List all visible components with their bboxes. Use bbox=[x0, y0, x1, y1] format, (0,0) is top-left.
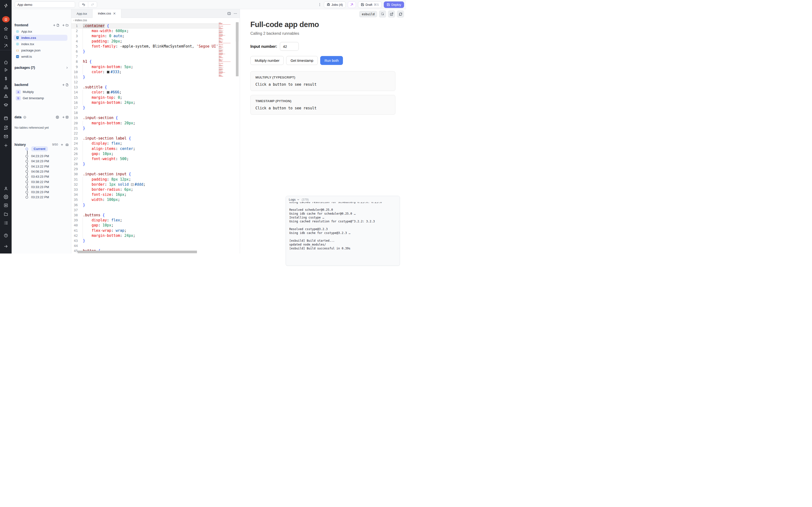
history-timestamp: 03:33:23 PM bbox=[31, 185, 49, 189]
rail-audit-list-icon[interactable] bbox=[0, 219, 12, 226]
token bbox=[83, 152, 92, 156]
number-input[interactable] bbox=[280, 42, 299, 51]
file-item-wmill-ts[interactable]: TSwmill.ts bbox=[13, 54, 67, 60]
token: : bbox=[107, 141, 111, 146]
jobs-button[interactable]: Jobs (4) bbox=[324, 1, 346, 8]
breadcrumb[interactable]: › index.css bbox=[71, 18, 240, 23]
open-external-button[interactable] bbox=[388, 10, 395, 18]
rail-resources-boxes-icon[interactable] bbox=[0, 83, 12, 91]
history-add-button[interactable] bbox=[60, 143, 63, 146]
editor-more-icon[interactable] bbox=[234, 12, 237, 15]
rail-user-icon[interactable] bbox=[0, 185, 12, 192]
gear-icon bbox=[56, 116, 59, 119]
file-label: App.tsx bbox=[21, 30, 32, 33]
history-item[interactable]: 04:08:23 PM bbox=[25, 169, 49, 174]
token: margin-bottom bbox=[92, 65, 120, 69]
file-item-App-tsx[interactable]: App.tsx bbox=[13, 29, 67, 35]
token: : bbox=[115, 157, 120, 161]
add-file-button[interactable] bbox=[53, 24, 59, 27]
token bbox=[83, 101, 92, 105]
file-item-package-json[interactable]: { }package.json bbox=[13, 47, 67, 53]
history-item[interactable]: 03:23:22 PM bbox=[25, 194, 49, 200]
app-button-multiply-number[interactable]: Multiply number bbox=[250, 56, 284, 65]
code-line: 23.input-section label { bbox=[71, 136, 219, 141]
kebab-icon bbox=[318, 3, 322, 6]
data-settings-button[interactable] bbox=[56, 116, 59, 119]
rail-variables-dollar-icon[interactable] bbox=[0, 75, 12, 82]
file-item-index-css[interactable]: 3index.css bbox=[13, 35, 67, 41]
chevron-down-icon[interactable] bbox=[297, 198, 300, 201]
tab-App-tsx[interactable]: App.tsx bbox=[71, 9, 93, 18]
rail-folders-icon[interactable] bbox=[0, 211, 12, 218]
draft-button[interactable]: Draft ⌘S bbox=[358, 1, 382, 8]
app-title-input[interactable] bbox=[15, 1, 75, 8]
add-folder-button[interactable] bbox=[62, 24, 69, 27]
deploy-button[interactable]: Deploy bbox=[384, 1, 404, 8]
backend-item-Multiply[interactable]: aMultiply bbox=[13, 89, 67, 95]
history-item[interactable]: 03:28:23 PM bbox=[25, 189, 49, 194]
minimap[interactable] bbox=[219, 23, 236, 80]
rail-triggers-prism-icon[interactable] bbox=[0, 92, 12, 100]
file-item-index-tsx[interactable]: index.tsx bbox=[13, 41, 67, 47]
rail-help-circle-icon[interactable] bbox=[0, 232, 12, 239]
rail-settings-gear-icon[interactable] bbox=[0, 193, 12, 201]
history-item[interactable]: 03:33:23 PM bbox=[25, 184, 49, 189]
rail-star-icon[interactable] bbox=[0, 25, 12, 32]
redo-button[interactable] bbox=[88, 2, 97, 7]
rail-schedules-calendar-icon[interactable] bbox=[0, 114, 12, 122]
history-item[interactable]: 03:43:23 PM bbox=[25, 174, 49, 179]
undo-button[interactable] bbox=[79, 2, 88, 7]
rail-runs-play-icon[interactable] bbox=[0, 66, 12, 73]
rail-home-icon[interactable] bbox=[0, 59, 12, 66]
rail-add-plus-icon[interactable] bbox=[0, 142, 12, 149]
editor-vertical-scrollbar[interactable] bbox=[236, 22, 239, 76]
history-item[interactable]: 04:18:23 PM bbox=[25, 159, 49, 164]
rail-learn-cap-icon[interactable] bbox=[0, 101, 12, 108]
token: margin-bottom bbox=[92, 101, 120, 105]
workspace-button[interactable] bbox=[0, 16, 12, 23]
code-line-content: } bbox=[78, 238, 219, 243]
history-item[interactable]: 04:23:23 PM bbox=[25, 154, 49, 159]
more-menu-button[interactable] bbox=[317, 3, 322, 6]
bundler-badge[interactable]: esbuild bbox=[359, 11, 377, 17]
token: : bbox=[120, 187, 124, 192]
tab-index-css[interactable]: index.css✕ bbox=[93, 9, 121, 18]
ai-assistant-button[interactable] bbox=[348, 1, 356, 8]
inspect-button[interactable] bbox=[379, 10, 386, 18]
logs-label: Logs bbox=[289, 198, 296, 201]
code-content[interactable]: 1.container {2 max-width: 600px;3 margin… bbox=[71, 23, 240, 253]
packages-expand-button[interactable] bbox=[65, 66, 69, 69]
backend-add-button[interactable] bbox=[62, 83, 69, 87]
editor-horizontal-scrollbar[interactable] bbox=[78, 250, 197, 253]
history-snapshot-button[interactable] bbox=[65, 143, 69, 146]
rail-flows-route-icon[interactable] bbox=[0, 124, 12, 131]
data-info-button[interactable] bbox=[23, 116, 27, 119]
history-item[interactable]: 04:13:22 PM bbox=[25, 164, 49, 169]
rail-collapse-arrow-right-icon[interactable] bbox=[0, 243, 12, 250]
history-current-item[interactable]: Current bbox=[25, 146, 48, 151]
token: margin-bottom bbox=[92, 233, 120, 238]
token: 5px bbox=[124, 65, 131, 69]
token bbox=[83, 147, 92, 151]
data-add-table-button[interactable] bbox=[62, 116, 69, 119]
rail-messages-mail-icon[interactable] bbox=[0, 133, 12, 140]
breadcrumb-file: index.css bbox=[75, 18, 87, 22]
rail-ai-wand-icon[interactable] bbox=[0, 42, 12, 49]
undo-redo-group bbox=[79, 1, 97, 8]
token: : bbox=[120, 233, 124, 238]
token: max-width bbox=[92, 29, 111, 33]
refresh-button[interactable] bbox=[397, 10, 404, 18]
history-timestamp: 03:38:22 PM bbox=[31, 180, 49, 184]
app-button-get-timestamp[interactable]: Get timestamp bbox=[286, 56, 317, 65]
code-line: 41 flex-wrap: wrap; bbox=[71, 228, 219, 233]
windmill-logo-icon[interactable] bbox=[0, 2, 12, 9]
camera-icon bbox=[65, 143, 69, 146]
rail-workers-box-icon[interactable] bbox=[0, 202, 12, 209]
history-item[interactable]: 03:38:22 PM bbox=[25, 179, 49, 184]
app-button-run-both[interactable]: Run both bbox=[320, 56, 343, 65]
close-tab-icon[interactable]: ✕ bbox=[113, 12, 116, 15]
minimap-line bbox=[219, 25, 219, 25]
backend-item-Get-timestamp[interactable]: bGet timestamp bbox=[13, 95, 67, 101]
split-editor-icon[interactable] bbox=[227, 12, 231, 15]
rail-search-icon[interactable] bbox=[0, 34, 12, 41]
